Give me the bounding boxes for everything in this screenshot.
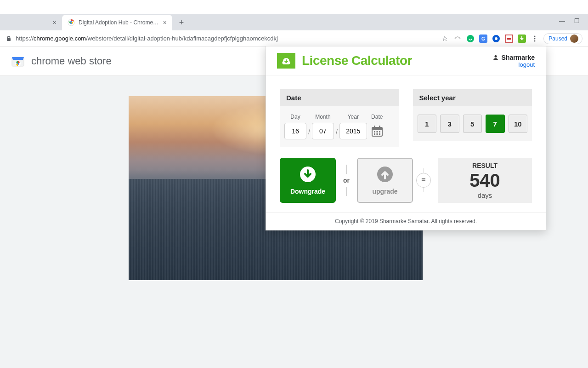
arrow-up-circle-icon [376,166,394,183]
svg-rect-22 [374,131,375,132]
month-input[interactable] [312,123,334,139]
lock-icon [6,35,12,42]
day-label: Day [284,114,306,120]
chrome-web-store-logo-icon [11,54,25,68]
result-unit: days [438,191,532,199]
app-logo-icon [277,53,295,69]
url-text[interactable]: https://chrome.google.com/webstore/detai… [16,35,441,42]
svg-rect-27 [379,133,380,135]
year-label: Year [339,114,367,120]
svg-rect-24 [379,131,380,132]
svg-rect-26 [376,133,378,135]
calendar-icon [370,124,384,138]
svg-rect-23 [376,131,378,132]
tab-blank[interactable]: × [0,15,62,30]
svg-rect-9 [507,38,511,40]
tab-strip: × Digital Adoption Hub - Chrome Web Stor… [0,14,588,30]
svg-point-12 [534,38,536,39]
svg-rect-2 [7,38,11,41]
year-option-1[interactable]: 1 [418,115,437,133]
equals-icon: = [416,173,431,188]
close-icon[interactable]: × [53,19,57,26]
year-option-10[interactable]: 10 [509,115,528,133]
extension-icon[interactable]: G [479,34,487,43]
select-year-header: Select year [413,89,532,106]
arrow-down-circle-icon [299,166,317,183]
result-value: 540 [438,171,532,190]
extension-icon[interactable] [453,34,462,43]
date-label: Date [369,114,385,120]
address-bar: https://chrome.google.com/webstore/detai… [0,30,588,47]
year-option-7[interactable]: 7 [486,115,505,133]
username-label: Sharmarke [492,54,535,61]
page-title: chrome web store [31,55,112,67]
extension-popup: License Calculator Sharmarke logout Date… [266,46,546,230]
window-minimize-icon[interactable]: — [559,17,565,24]
day-input[interactable] [284,123,306,139]
profile-paused-button[interactable]: Paused [543,33,582,44]
user-icon [492,54,499,61]
window-maximize-icon[interactable]: ❐ [574,17,580,24]
svg-rect-19 [372,127,382,130]
extension-icon[interactable] [466,34,475,43]
svg-rect-25 [374,133,375,135]
year-option-3[interactable]: 3 [440,115,459,133]
svg-point-17 [494,55,497,58]
svg-point-7 [495,37,498,40]
year-input[interactable] [339,123,367,139]
extension-icon[interactable] [518,34,526,43]
logout-link[interactable]: logout [492,61,535,68]
svg-rect-20 [374,126,375,128]
extension-icon[interactable] [492,34,500,43]
downgrade-button[interactable]: Downgrade [280,158,336,203]
popup-footer: Copyright © 2019 Sharmarke Samatar. All … [266,212,546,230]
calendar-button[interactable] [369,123,385,139]
result-label: RESULT [438,162,532,169]
upgrade-button[interactable]: upgrade [357,158,413,203]
star-icon[interactable]: ☆ [441,34,449,43]
date-panel-header: Date [280,89,399,106]
svg-text:G: G [481,36,485,41]
or-label: or [336,177,357,184]
menu-icon[interactable] [531,34,539,43]
avatar-icon [570,34,578,43]
year-option-5[interactable]: 5 [463,115,482,133]
month-label: Month [312,114,334,120]
extension-icon[interactable] [505,34,513,43]
new-tab-button[interactable]: + [175,16,188,29]
tab-title: Digital Adoption Hub - Chrome Web Store [79,19,159,26]
result-box: RESULT 540 days [438,158,532,203]
svg-point-3 [467,35,474,42]
tab-active[interactable]: Digital Adoption Hub - Chrome Web Store … [62,15,172,30]
svg-point-11 [534,35,536,37]
popup-title: License Calculator [302,53,412,68]
svg-point-13 [534,40,536,41]
tab-favicon-icon [68,19,75,26]
svg-rect-21 [379,126,380,128]
close-icon[interactable]: × [163,19,167,26]
